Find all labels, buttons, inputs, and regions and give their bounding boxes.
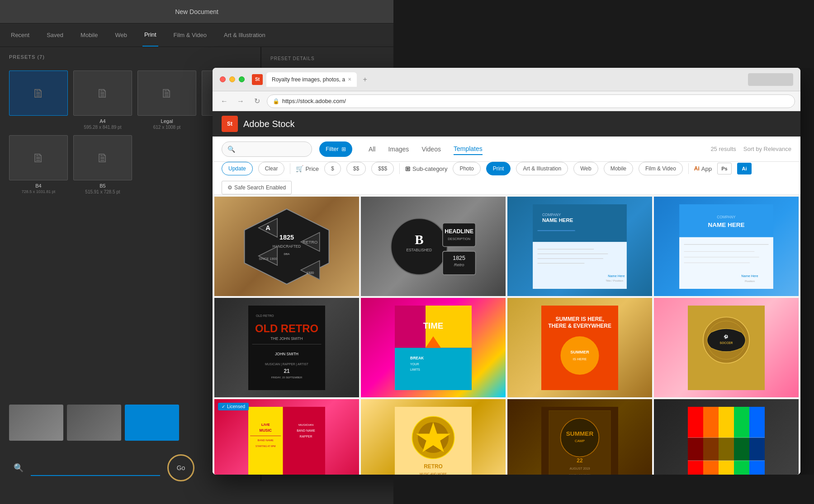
svg-text:THERE & EVERYWHERE: THERE & EVERYWHERE: [548, 323, 611, 329]
grid-item-9[interactable]: ✓ Licensed LIVE MUSIC BAND NAME STARTING…: [214, 399, 359, 475]
svg-text:CAMP: CAMP: [575, 439, 585, 443]
grid-item-3[interactable]: COMPANY NAME HERE Name Here Title / Posi…: [507, 197, 652, 296]
tab-film-video[interactable]: Film & Video: [172, 24, 208, 47]
tab-art-illustration[interactable]: Art & Illustration: [222, 24, 267, 47]
svg-text:RETRO: RETRO: [303, 240, 318, 245]
svg-rect-54: [395, 348, 472, 390]
template-preview-6: TIME BREAK YOUR LIMITS: [372, 306, 495, 390]
svg-rect-32: [679, 204, 773, 237]
svg-text:RAPPER: RAPPER: [300, 435, 312, 438]
subcategory-web[interactable]: Web: [573, 162, 598, 175]
svg-text:MUSICIAN: MUSICIAN: [298, 423, 313, 426]
price-filter-3[interactable]: $$$: [371, 162, 394, 175]
preset-dimensions: 612 x 1008 pt: [137, 125, 196, 130]
update-filter-button[interactable]: Update: [222, 162, 253, 175]
address-bar[interactable]: 🔒 https://stock.adobe.com/: [267, 94, 795, 108]
svg-text:1825: 1825: [453, 254, 465, 261]
preset-card-b5[interactable]: 🗎 B5 515.91 x 728.5 pt: [73, 135, 132, 194]
maximize-window-button[interactable]: [239, 76, 245, 82]
tab-recent[interactable]: Recent: [9, 24, 31, 47]
grid-item-6[interactable]: TIME BREAK YOUR LIMITS: [361, 298, 506, 397]
grid-item-2[interactable]: B ESTABLISHED HEADLINE DESCRIPTION 1825 …: [361, 197, 506, 296]
template-preview-9: LIVE MUSIC BAND NAME STARTING AT 6PM MUS…: [225, 407, 348, 475]
document-icon: 🗎: [96, 86, 109, 101]
app-ai-button[interactable]: Ai: [737, 163, 752, 174]
stock-filter-bar: Update Clear 🛒 Price $ $$ $$$ ⊞ Sub-cate…: [213, 162, 800, 195]
forward-button[interactable]: →: [234, 95, 247, 108]
ai-brand-icon: Ai: [694, 165, 700, 172]
preset-name: Legal: [137, 118, 196, 124]
sort-by[interactable]: Sort by Relevance: [743, 146, 791, 152]
clear-filter-button[interactable]: Clear: [258, 162, 285, 175]
bg-extension: [393, 0, 814, 68]
svg-text:SOCCER: SOCCER: [719, 341, 733, 344]
svg-text:TIME: TIME: [423, 321, 444, 330]
grid-item-5[interactable]: OLD RETRO OLD RETRO THE JOHN SMITH JOHN …: [214, 298, 359, 397]
svg-text:IS HERE: IS HERE: [573, 357, 587, 361]
tab-strip-more: [748, 73, 793, 86]
filter-button[interactable]: Filter ⊞: [319, 141, 352, 157]
tab-close-button[interactable]: ✕: [348, 77, 351, 82]
go-button[interactable]: Go: [167, 454, 194, 481]
template-preview-1: 1825 HANDCRAFTED DBA A RETRO SINCE 1900 …: [225, 204, 348, 289]
grid-item-7[interactable]: SUMMER IS HERE, THERE & EVERYWHERE SUMME…: [507, 298, 652, 397]
ps-search-input[interactable]: [31, 460, 160, 476]
browser-tab-active[interactable]: Royalty free images, photos, a ✕: [266, 72, 357, 87]
svg-rect-27: [538, 254, 608, 254]
svg-text:BAND NAME: BAND NAME: [297, 429, 315, 432]
new-tab-button[interactable]: +: [359, 73, 371, 86]
subcategory-photo[interactable]: Photo: [453, 162, 480, 175]
price-filter-2[interactable]: $$: [346, 162, 366, 175]
tab-web[interactable]: Web: [113, 24, 129, 47]
svg-rect-26: [538, 249, 594, 249]
refresh-button[interactable]: ↻: [251, 95, 263, 108]
grid-item-1[interactable]: 1825 HANDCRAFTED DBA A RETRO SINCE 1900 …: [214, 197, 359, 296]
minimize-window-button[interactable]: [229, 76, 235, 82]
svg-text:ESTABLISHED: ESTABLISHED: [407, 247, 432, 252]
stock-logo: St: [222, 116, 238, 132]
subcategory-art[interactable]: Art & Illustration: [516, 162, 568, 175]
nav-templates[interactable]: Templates: [454, 143, 483, 155]
stock-search-box[interactable]: 🔍: [222, 141, 312, 157]
subcategory-mobile[interactable]: Mobile: [604, 162, 633, 175]
tab-print[interactable]: Print: [142, 24, 158, 47]
bg-extension-bottom: [393, 475, 814, 504]
tab-saved[interactable]: Saved: [45, 24, 65, 47]
browser-navbar: ← → ↻ 🔒 https://stock.adobe.com/: [213, 91, 800, 111]
grid-icon: ⊞: [405, 165, 411, 172]
svg-rect-39: [684, 262, 750, 263]
subcategory-film[interactable]: Film & Video: [639, 162, 683, 175]
stock-toolbar: 🔍 Filter ⊞ All Images Videos Templates 2…: [213, 137, 800, 162]
preset-card-a4[interactable]: 🗎 A4 595.28 x 841.89 pt: [73, 71, 132, 130]
grid-item-8[interactable]: ⚽ SOCCER: [654, 298, 799, 397]
strip-thumb: [67, 405, 121, 441]
app-ps-button[interactable]: Ps: [717, 163, 732, 174]
preset-card-b4[interactable]: 🗎 B4 728.5 x 1031.81 pt: [9, 135, 68, 194]
svg-rect-15: [443, 223, 476, 246]
grid-item-4[interactable]: COMPANY NAME HERE Name Here Position: [654, 197, 799, 296]
grid-item-12[interactable]: [654, 399, 799, 475]
nav-images[interactable]: Images: [388, 144, 409, 155]
nav-all[interactable]: All: [369, 144, 376, 155]
nav-videos[interactable]: Videos: [421, 144, 441, 155]
svg-text:DBA: DBA: [284, 252, 290, 255]
subcategory-print[interactable]: Print: [486, 162, 511, 175]
price-filter-1[interactable]: $: [324, 162, 341, 175]
svg-rect-29: [538, 263, 585, 263]
svg-text:HEADLINE: HEADLINE: [445, 228, 473, 235]
template-preview-10: RETRO MUSIC AND MORE SATURDAY NIGHT: [372, 407, 495, 475]
safe-search-button[interactable]: ⚙ Safe Search Enabled: [222, 181, 292, 194]
grid-item-10[interactable]: RETRO MUSIC AND MORE SATURDAY NIGHT: [361, 399, 506, 475]
preset-card-selected[interactable]: 🗎: [9, 71, 68, 130]
svg-text:21: 21: [284, 367, 290, 374]
svg-text:1920: 1920: [307, 270, 314, 274]
svg-text:22: 22: [577, 457, 583, 464]
tab-mobile[interactable]: Mobile: [79, 24, 99, 47]
preset-card-legal[interactable]: 🗎 Legal 612 x 1008 pt: [137, 71, 196, 130]
grid-item-11[interactable]: SUMMER CAMP 22 AUGUST 2019 CAMP LOCATION: [507, 399, 652, 475]
back-button[interactable]: ←: [218, 95, 231, 108]
filter-icon: ⊞: [341, 146, 346, 152]
close-window-button[interactable]: [220, 76, 226, 82]
svg-text:RETRO: RETRO: [424, 463, 443, 470]
svg-text:FRIDAY, 15 SEPTEMBER: FRIDAY, 15 SEPTEMBER: [271, 376, 303, 379]
